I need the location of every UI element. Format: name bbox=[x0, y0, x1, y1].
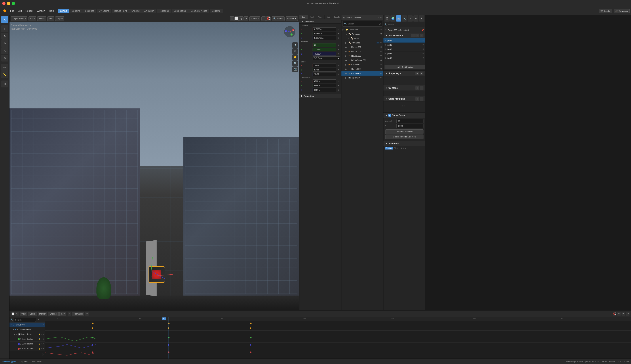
roupe002-eye[interactable]: 👁 bbox=[380, 50, 382, 52]
z-eye-icon[interactable]: 👁 bbox=[43, 343, 44, 345]
obj-check-icon[interactable]: ✓ bbox=[41, 334, 42, 335]
vg-item-joint2[interactable]: ⊞ joint2 ⟳ bbox=[384, 43, 425, 47]
track-eye-curve003[interactable]: 👁 bbox=[43, 324, 44, 326]
roupe001-eye[interactable]: 👁 bbox=[380, 46, 382, 48]
bezier-eye[interactable]: 👁 bbox=[380, 59, 382, 61]
ca-add-btn[interactable]: + bbox=[415, 97, 419, 101]
tool-add[interactable]: ⊞ bbox=[1, 80, 8, 88]
options-btn[interactable]: Options ▾ bbox=[286, 16, 298, 21]
tl-snap-icon[interactable]: 🧲 bbox=[613, 312, 616, 316]
rot-z-field[interactable]: -79.005° bbox=[312, 52, 336, 56]
outliner-item-roupe001[interactable]: ▶ 〜 Roupe.001 👁 bbox=[342, 45, 383, 49]
scale-z-field[interactable]: 25.498 bbox=[312, 72, 336, 76]
loc-x-field[interactable]: -0.5032 m bbox=[312, 28, 336, 31]
n-tab-view[interactable]: View bbox=[316, 15, 325, 19]
tl-track-curve003[interactable]: ▼ ● ● Curve.003 👁 bbox=[10, 322, 45, 327]
tl-show-icon[interactable]: 👁 bbox=[621, 312, 625, 316]
tl-type-icon[interactable]: ⬡ bbox=[15, 312, 19, 316]
outliner-item-curve002[interactable]: ▶ 〜 Curve.002 👁 bbox=[342, 67, 383, 71]
render-engine-selector[interactable]: 🎥 ViewLayer bbox=[614, 9, 629, 13]
x-lock-icon[interactable]: 🔒 bbox=[38, 348, 40, 350]
viewport-shading-wire[interactable]: ⬛ bbox=[230, 16, 234, 21]
viewport-shading-solid[interactable]: ⬜ bbox=[234, 16, 239, 21]
sk-add-btn[interactable]: + bbox=[415, 72, 419, 75]
vg-item-joint3[interactable]: ⊞ joint3 ⟳ bbox=[384, 47, 425, 52]
props-modifier-icon[interactable]: 🔧 bbox=[402, 15, 407, 22]
tl-key-menu[interactable]: Key bbox=[59, 312, 66, 316]
cursor-y-field[interactable]: 0.000 bbox=[396, 124, 424, 128]
tab-animation[interactable]: Animation bbox=[142, 9, 156, 13]
proportional-edit-btn[interactable]: ○ bbox=[261, 16, 266, 21]
menu-window[interactable]: Window bbox=[36, 9, 47, 13]
vp-tool-navigate[interactable]: 🔭 bbox=[292, 42, 298, 48]
roupe003-eye[interactable]: 👁 bbox=[380, 55, 382, 57]
obj-lock-icon[interactable]: 🔒 bbox=[38, 334, 40, 335]
tl-track-y-euler[interactable]: Y Euler Rotation 🔒 ✓ 👁 bbox=[10, 337, 45, 342]
tl-more-icon[interactable]: ⋯ bbox=[626, 312, 629, 316]
tl-search-input[interactable] bbox=[14, 318, 36, 322]
x-check-icon[interactable]: ✓ bbox=[41, 348, 42, 350]
tab-layout[interactable]: Layout bbox=[58, 9, 69, 13]
tab-modeling[interactable]: Modeling bbox=[69, 9, 83, 13]
cursor-x-field[interactable]: 57 bbox=[396, 119, 424, 123]
tl-search-clear[interactable]: ✕ bbox=[37, 318, 39, 321]
cursor-value-to-selection-btn[interactable]: Cursor Value to Selection bbox=[385, 134, 424, 139]
outliner-item-roupe003[interactable]: ▶ 〜 Roupe.003 👁 bbox=[342, 54, 383, 58]
tool-scale[interactable]: ⤡ bbox=[1, 47, 8, 54]
tl-view-menu[interactable]: View bbox=[20, 312, 28, 316]
sk-remove-btn[interactable]: − bbox=[420, 72, 424, 75]
vp-tool-zoom[interactable]: 🔍 bbox=[292, 60, 298, 66]
dim-x-field[interactable]: 0.708 m bbox=[312, 80, 336, 83]
z-lock-icon[interactable]: 🔒 bbox=[38, 343, 40, 345]
uv-maps-header[interactable]: ▼ UV Maps + − bbox=[384, 85, 425, 91]
attributes-header[interactable]: ▼ Attributes bbox=[384, 141, 425, 146]
outliner-item-bezier[interactable]: ▶ 〜 BézierCurve.001 👁 bbox=[342, 58, 383, 62]
tl-marker-menu[interactable]: Marker bbox=[38, 312, 47, 316]
tl-track-curveaction[interactable]: ▼ ● ⊞ CurveAction.003 bbox=[10, 327, 45, 332]
3d-viewport[interactable]: Camera Perspective (57) Collection | Cur… bbox=[10, 22, 299, 310]
add-workspace-button[interactable]: + bbox=[223, 9, 227, 13]
snap-btn[interactable]: 🧲 bbox=[266, 16, 270, 21]
transform-section-header[interactable]: ▼ Transform bbox=[299, 19, 341, 24]
tab-rendering[interactable]: Rendering bbox=[157, 9, 171, 13]
tl-track-x-euler[interactable]: X Euler Rotation 🔒 ✓ 👁 bbox=[10, 346, 45, 351]
tl-track-z-euler[interactable]: Z Euler Rotation 🔒 ✓ 👁 bbox=[10, 342, 45, 346]
minimize-button[interactable] bbox=[7, 2, 10, 5]
y-lock-icon[interactable]: 🔒 bbox=[38, 338, 40, 340]
tl-channel-menu[interactable]: Channel bbox=[48, 312, 59, 316]
props-particle-icon[interactable]: ✦ bbox=[419, 15, 424, 22]
n-tab-item[interactable]: Item bbox=[299, 15, 308, 19]
add-menu[interactable]: Add bbox=[47, 16, 54, 21]
props-material-icon[interactable]: ● bbox=[413, 15, 419, 22]
curve003-eye[interactable]: 👁 bbox=[380, 72, 382, 74]
n-tab-blendkit[interactable]: BlendKit bbox=[333, 15, 341, 19]
timeline-right-panel[interactable]: 0 40 80 120 160 200 240 57 bbox=[45, 317, 631, 358]
tool-cursor[interactable]: ✛ bbox=[1, 25, 8, 32]
object-mode-selector[interactable]: Object Mode ▾ bbox=[11, 16, 28, 21]
global-selector[interactable]: Global ▾ bbox=[249, 16, 260, 21]
outliner-search-input[interactable] bbox=[348, 23, 378, 25]
curve002-eye[interactable]: 👁 bbox=[380, 68, 382, 70]
ca-remove-btn[interactable]: − bbox=[420, 97, 424, 101]
tab-sculpting[interactable]: Sculpting bbox=[83, 9, 96, 13]
props-object-icon[interactable]: ▣ bbox=[396, 15, 401, 22]
props-data-icon[interactable]: 〜 bbox=[408, 15, 413, 22]
y-check-icon[interactable]: ✓ bbox=[41, 338, 42, 340]
loc-y-field[interactable]: 0.10584 m bbox=[312, 32, 336, 36]
props-pin-icon[interactable]: 📌 bbox=[421, 29, 424, 32]
outliner-item-armature-1[interactable]: ▼ 🦴 Armature 👁 bbox=[342, 32, 383, 36]
vp-tool-camera[interactable]: 📷 bbox=[292, 66, 298, 72]
tool-measure[interactable]: 📏 bbox=[1, 71, 8, 78]
vp-tool-orbit[interactable]: ⊕ bbox=[292, 48, 298, 54]
tab-uv-editing[interactable]: UV Editing bbox=[97, 9, 111, 13]
outliner-search-bar[interactable]: 🔍 ⊞ bbox=[343, 21, 382, 27]
outliner-item-armature-2[interactable]: ▶ 🦴 Armature 35 👁 bbox=[342, 40, 383, 45]
scale-y-field[interactable]: 25.498 bbox=[312, 68, 336, 72]
outliner-item-collection[interactable]: ▶ 📁 Collection 👁 bbox=[342, 28, 383, 32]
tl-select-menu[interactable]: Select bbox=[28, 312, 37, 316]
scene-collection-header[interactable]: ⚙ Scene Collection ≡ 👁 bbox=[342, 15, 383, 20]
blender-menu[interactable]: 🔶 bbox=[2, 8, 8, 13]
viewport-shading-material[interactable]: ◕ bbox=[239, 16, 243, 21]
viewport-shading-render[interactable]: ● bbox=[244, 16, 248, 21]
n-tab-tool[interactable]: Tool bbox=[308, 15, 316, 19]
